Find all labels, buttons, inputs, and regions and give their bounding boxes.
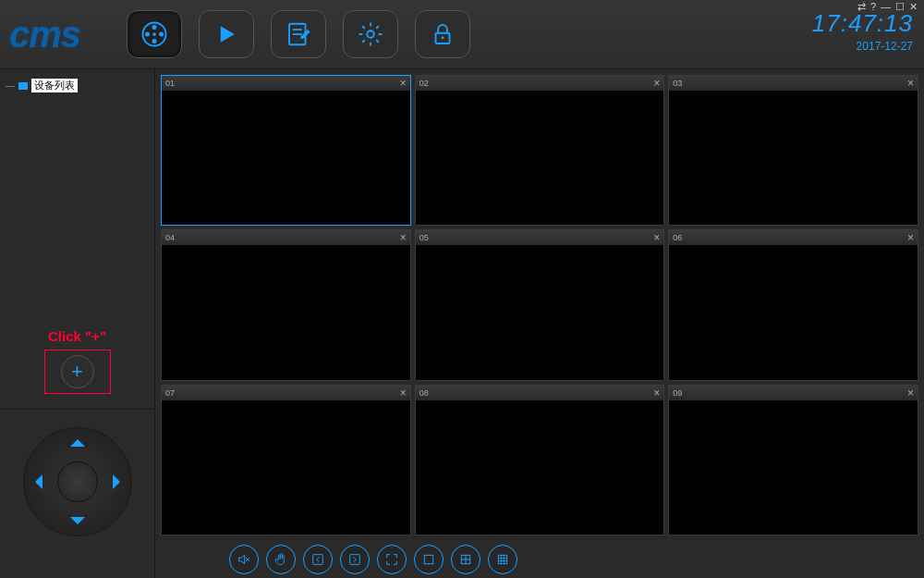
ptz-down-button[interactable]: [70, 517, 85, 532]
channel-07[interactable]: 07 ×: [161, 385, 411, 535]
sidebar: — 设备列表 Click "+" +: [0, 69, 155, 578]
channel-close-button[interactable]: ×: [400, 387, 407, 399]
channel-label: 06: [673, 233, 682, 242]
ptz-control: [22, 426, 133, 537]
play-icon: [213, 20, 240, 48]
channel-label: 03: [673, 79, 682, 88]
svg-rect-15: [350, 555, 360, 565]
svg-point-5: [152, 32, 156, 36]
add-hint-text: Click "+": [0, 328, 154, 344]
layout-1-button[interactable]: [414, 545, 444, 574]
clock: 17:47:13 2017-12-27: [812, 9, 913, 53]
svg-point-3: [152, 39, 157, 43]
channel-close-button[interactable]: ×: [907, 78, 914, 89]
svg-point-2: [159, 32, 164, 37]
window-swap-button[interactable]: ⇄: [857, 1, 867, 13]
fullscreen-icon: [384, 552, 399, 567]
next-page-button[interactable]: [340, 545, 370, 574]
add-hint-box: +: [44, 350, 111, 394]
channel-header: 05 ×: [416, 230, 664, 245]
layout-9-button[interactable]: [488, 545, 517, 574]
channel-header: 01 ×: [162, 76, 410, 91]
channel-03[interactable]: 03 ×: [668, 75, 918, 226]
app-header: cms: [0, 0, 924, 69]
channel-header: 07 ×: [162, 386, 410, 400]
device-list-label: 设备列表: [31, 79, 78, 92]
next-page-icon: [347, 552, 362, 567]
ptz-up-button[interactable]: [70, 432, 85, 447]
channel-header: 06 ×: [669, 230, 918, 245]
hand-icon: [274, 552, 288, 567]
ptz-right-button[interactable]: [113, 474, 128, 489]
layout-nine-icon: [495, 552, 510, 567]
layout-4-button[interactable]: [451, 545, 480, 574]
device-tree-root[interactable]: — 设备列表: [6, 79, 149, 92]
channel-close-button[interactable]: ×: [400, 232, 407, 243]
layout-quad-icon: [458, 552, 473, 567]
main-area: 01 × 02 × 03 × 04 ×: [155, 69, 924, 578]
film-reel-icon: [140, 20, 168, 48]
channel-label: 07: [165, 388, 175, 398]
nav-log-button[interactable]: [271, 10, 326, 58]
svg-rect-14: [313, 555, 323, 565]
nav-playback-button[interactable]: [199, 10, 254, 58]
svg-rect-16: [424, 555, 432, 563]
svg-point-1: [152, 25, 157, 30]
add-device-hint: Click "+" +: [0, 328, 154, 394]
prev-page-icon: [310, 552, 325, 567]
device-tree: — 设备列表: [0, 69, 154, 328]
channel-close-button[interactable]: ×: [653, 232, 660, 243]
channel-label: 08: [419, 388, 429, 398]
tree-expander-icon: —: [6, 80, 15, 91]
channel-close-button[interactable]: ×: [907, 387, 914, 399]
channel-04[interactable]: 04 ×: [161, 229, 411, 380]
channel-header: 03 ×: [669, 76, 918, 91]
add-device-button[interactable]: +: [61, 355, 94, 388]
channel-05[interactable]: 05 ×: [415, 229, 665, 380]
fullscreen-button[interactable]: [377, 545, 407, 574]
nav-settings-button[interactable]: [343, 10, 398, 58]
prev-page-button[interactable]: [303, 545, 333, 574]
nav-lock-button[interactable]: [415, 10, 470, 58]
channel-label: 05: [419, 233, 429, 242]
video-grid: 01 × 02 × 03 × 04 ×: [155, 69, 924, 541]
channel-close-button[interactable]: ×: [907, 232, 914, 243]
channel-01[interactable]: 01 ×: [161, 75, 411, 226]
channel-09[interactable]: 09 ×: [668, 385, 918, 535]
window-maximize-button[interactable]: ☐: [894, 1, 906, 13]
svg-point-4: [145, 32, 150, 37]
channel-label: 01: [165, 79, 175, 88]
bottom-toolbar: [155, 541, 924, 578]
channel-header: 09 ×: [669, 386, 918, 400]
channel-02[interactable]: 02 ×: [415, 75, 665, 226]
channel-header: 02 ×: [416, 76, 664, 91]
channel-label: 04: [165, 233, 175, 242]
window-help-button[interactable]: ?: [869, 1, 877, 13]
nav-preview-button[interactable]: [127, 10, 182, 58]
channel-header: 04 ×: [162, 230, 410, 245]
channel-close-button[interactable]: ×: [653, 387, 660, 399]
ptz-center-button[interactable]: [57, 461, 98, 502]
channel-close-button[interactable]: ×: [653, 78, 660, 89]
channel-close-button[interactable]: ×: [400, 78, 407, 89]
mute-button[interactable]: [229, 545, 259, 574]
top-nav: [127, 10, 470, 58]
channel-header: 08 ×: [416, 386, 664, 400]
channel-06[interactable]: 06 ×: [668, 229, 918, 380]
clock-time: 17:47:13: [812, 9, 913, 38]
window-close-button[interactable]: ✕: [908, 1, 918, 13]
lock-icon: [429, 20, 456, 48]
channel-08[interactable]: 08 ×: [415, 385, 665, 535]
window-controls: ⇄ ? — ☐ ✕: [857, 1, 918, 13]
ptz-left-button[interactable]: [28, 474, 43, 489]
svg-point-11: [442, 36, 444, 39]
window-minimize-button[interactable]: —: [880, 1, 892, 13]
mute-icon: [237, 552, 251, 567]
svg-point-9: [367, 31, 374, 38]
sidebar-divider: [0, 409, 154, 410]
channel-label: 02: [419, 79, 429, 88]
svg-rect-20: [498, 555, 506, 563]
manual-button[interactable]: [266, 545, 296, 574]
clock-date: 2017-12-27: [812, 40, 913, 53]
plus-icon: +: [71, 362, 83, 382]
